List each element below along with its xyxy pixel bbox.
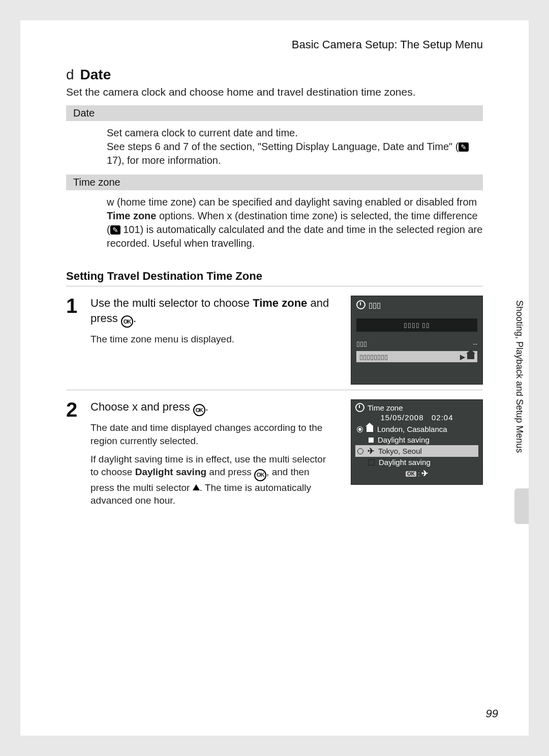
lcd1-row4-text: ▯▯▯▯▯▯▯▯ [359, 353, 388, 361]
tz-body-c: ) is automatically calculated and the da… [107, 224, 482, 249]
step-2-number: 2 [66, 399, 81, 420]
lcd2-time: 02:04 [432, 413, 453, 422]
step-1: 1 Use the multi selector to choose Time … [66, 296, 336, 346]
lcd2-home-ds: Daylight saving [378, 435, 430, 444]
step-1-number: 1 [66, 296, 81, 316]
lcd1-selected-row: ▯▯▯▯ ▯▯ [356, 318, 477, 332]
step-2-row: 2 Choose x and press OK. The date and ti… [66, 399, 483, 512]
lcd1-highlight-row: ▯▯▯▯▯▯▯▯ ▶ [356, 351, 477, 362]
plane-icon: ✈ [421, 469, 428, 478]
step-1-text-a: Use the multi selector to choose [90, 297, 253, 309]
lcd1-row3-left: ▯▯▯ [356, 340, 367, 347]
checkbox-empty-icon [369, 459, 375, 466]
plane-icon: ✈ [368, 446, 374, 456]
tz-body-bold: Time zone [107, 210, 156, 221]
step-1-row: 1 Use the multi selector to choose Time … [66, 296, 483, 385]
chevron-right-icon: ▶ [460, 353, 465, 361]
date-body-line1: Set camera clock to current date and tim… [107, 127, 298, 138]
tz-body-pageref: 101 [123, 224, 140, 235]
step-2-text: Choose x and press OK. The date and time… [90, 399, 336, 507]
step-2-detail-1: The date and time displayed changes acco… [90, 421, 336, 447]
ok-button-icon: OK [254, 469, 266, 481]
step-2-text-a: Choose x and press [90, 400, 193, 413]
s2d2bold: Daylight saving [135, 467, 206, 477]
page-ref-icon: ✎ [110, 225, 120, 235]
page-number: 99 [486, 707, 498, 720]
lcd2-dest-ds: Daylight saving [379, 458, 431, 467]
subsection-date-body: Set camera clock to current date and tim… [66, 124, 483, 175]
s2d2b: and press [206, 467, 254, 477]
lcd2-home-ds-line: Daylight saving [355, 434, 478, 445]
subsection-date-bar: Date [66, 105, 483, 121]
lcd2-home-line: London, Casablanca [355, 424, 478, 434]
step-1-detail: The time zone menu is displayed. [90, 333, 336, 346]
divider [66, 286, 483, 286]
date-body-pageref: 17 [107, 155, 118, 166]
clock-icon [355, 403, 364, 412]
section-intro: Set the camera clock and choose home and… [66, 86, 483, 98]
home-icon [467, 353, 474, 359]
lcd2-home-text: London, Casablanca [377, 425, 447, 433]
date-body-line2a: See steps 6 and 7 of the section, "Setti… [107, 141, 459, 152]
ok-badge-icon: OK [406, 471, 416, 477]
lcd2-title: Time zone [368, 403, 403, 412]
checkbox-filled-icon [369, 438, 374, 443]
lcd1-row3-right: -- [473, 340, 477, 347]
lcd2-date: 15/05/2008 [380, 413, 423, 422]
home-icon [367, 426, 373, 432]
subsection-timezone-bar: Time zone [66, 175, 483, 190]
lcd-screen-1: ▯▯▯ ▯▯▯▯ ▯▯ ▯▯▯ -- ▯▯▯▯▯▯▯▯ ▶ [351, 296, 483, 385]
lcd2-footer: OK: ✈ [355, 469, 478, 478]
lcd2-dest-line: ✈ Tokyo, Seoul [355, 445, 478, 457]
side-chapter-label: Shooting, Playback and Setup Menus [514, 300, 525, 504]
clock-icon [356, 300, 365, 309]
lcd2-dest-text: Tokyo, Seoul [378, 447, 422, 455]
radio-empty-icon [357, 448, 363, 454]
ok-button-icon: OK [193, 404, 205, 416]
date-body-line2b: ), for more information. [118, 155, 221, 166]
lcd-screen-2: Time zone 15/05/2008 02:04 London, Casab… [351, 399, 483, 485]
step-2-detail-2: If daylight saving time is in effect, us… [90, 453, 336, 507]
ok-button-icon: OK [121, 315, 133, 328]
radio-selected-icon [357, 427, 362, 432]
step-2: 2 Choose x and press OK. The date and ti… [66, 399, 336, 507]
subheading: Setting Travel Destination Time Zone [66, 270, 483, 283]
page-header: Basic Camera Setup: The Setup Menu [20, 20, 529, 56]
section-title-row: d Date [66, 67, 483, 83]
page-ref-icon: ✎ [459, 142, 469, 152]
divider [66, 390, 483, 390]
tz-body-a: w (home time zone) can be specified and … [107, 196, 477, 208]
step-1-text: Use the multi selector to choose Time zo… [90, 296, 336, 346]
date-section-icon: d [66, 67, 74, 83]
lcd1-title: ▯▯▯ [369, 301, 381, 309]
step-1-text-bold: Time zone [253, 297, 307, 309]
up-triangle-icon [193, 484, 200, 490]
section-title: Date [80, 67, 111, 83]
lcd2-dest-ds-line: Daylight saving [355, 457, 478, 468]
subsection-timezone-body: w (home time zone) can be specified and … [66, 193, 483, 257]
